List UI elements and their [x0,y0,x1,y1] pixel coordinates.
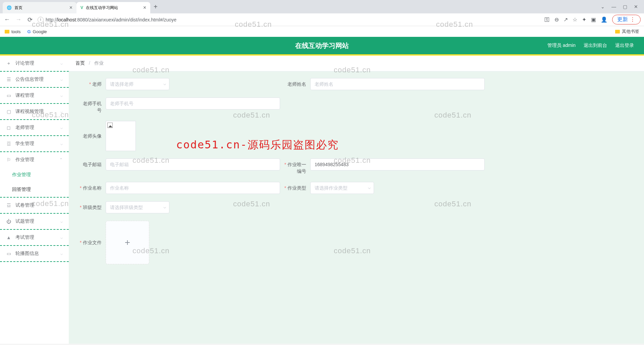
back-button[interactable]: ← [3,16,11,23]
reload-button[interactable]: ⟳ [26,16,34,23]
teacher-select[interactable] [106,78,169,90]
sidebar-item-student[interactable]: ☲学生管理⌵ [0,136,69,152]
user-icon: ▲ [6,235,11,240]
flag-icon: ⚐ [6,157,11,162]
file-upload[interactable]: + [106,221,149,264]
logout-link[interactable]: 退出登录 [615,43,634,49]
browser-tab-active[interactable]: V 在线互动学习网站 × [76,2,150,13]
chevron-down-icon: ⌵ [60,61,63,66]
broken-image-icon [107,123,113,128]
teacher-name-input[interactable] [310,78,485,90]
bookmark-other[interactable]: 其他书签 [615,28,639,34]
sidebar-sub-homework-mgmt[interactable]: 作业管理 [0,167,69,182]
exit-front-link[interactable]: 退出到前台 [584,43,607,49]
chevron-down-icon: ⌵ [60,77,63,82]
update-button[interactable]: 更新⋮ [612,15,641,24]
type-label: 作业类型 [283,182,310,194]
folder-icon [615,30,620,33]
bookmark-tools[interactable]: tools [5,29,20,34]
unique-label: 作业唯一编号 [283,158,310,175]
breadcrumb: 首页 / 作业 [69,56,644,71]
class-label: 班级类型 [79,201,106,213]
profile-icon[interactable]: 👤 [601,16,607,23]
minimize-icon[interactable]: — [611,4,616,9]
share-icon[interactable]: ↗ [564,16,568,23]
admin-label[interactable]: 管理员 admin [547,43,576,49]
teacher-name-label: 老师姓名 [283,78,310,90]
sidebar-item-course[interactable]: ▭课程管理⌵ [0,88,69,104]
email-input[interactable] [106,158,280,170]
layers-icon: ☲ [6,203,11,208]
app-header: 在线互动学习网站 管理员 admin 退出到前台 退出登录 [0,37,644,56]
star-icon[interactable]: ☆ [573,16,577,23]
email-label: 电子邮箱 [79,158,106,170]
chevron-down-icon: ⌵ [60,125,63,130]
extensions-icon[interactable]: ✦ [582,16,586,23]
chevron-down-icon: ⌵ [60,141,63,146]
file-label: 作业文件 [79,221,106,264]
sidebar-sub-answer-mgmt[interactable]: 回答管理 [0,182,69,198]
url-text: http://localhost:8080/zaixianxuexi/admin… [46,17,176,22]
homework-form: 老师 老师姓名 老师手机号 老师头像 [69,71,644,278]
breadcrumb-home[interactable]: 首页 [75,60,85,66]
window-controls: ⌄ — ▢ ✕ [601,4,641,9]
browser-tab[interactable]: 🌐 首页 × [3,2,76,13]
sidebar-item-teacher[interactable]: ◻老师管理⌵ [0,120,69,136]
plus-icon: + [125,237,130,248]
chevron-down-icon: ⌵ [60,251,63,256]
list-icon: ☰ [6,77,11,82]
new-tab-button[interactable]: + [150,3,161,11]
close-icon[interactable]: × [69,5,72,11]
browser-tab-strip: 🌐 首页 × V 在线互动学习网站 × + ⌄ — ▢ ✕ [0,0,644,13]
vue-icon: V [80,5,83,10]
sidebar-item-carousel[interactable]: ▭轮播图信息⌵ [0,246,69,262]
chevron-down-icon: ⌵ [60,203,63,208]
teacher-label: 老师 [79,78,106,90]
browser-toolbar: ← → ⟳ i http://localhost:8080/zaixianxue… [0,13,644,26]
bookmark-google[interactable]: GGoogle [27,29,47,34]
crop-icon: ◻ [6,125,11,130]
sidebar-item-video[interactable]: ▢课程视频管理⌵ [0,104,69,120]
address-bar[interactable]: i http://localhost:8080/zaixianxuexi/adm… [38,17,540,23]
app-title: 在线互动学习网站 [295,41,349,50]
sidebar-item-question[interactable]: ⏻试题管理⌵ [0,214,69,230]
zoom-icon[interactable]: ⊖ [554,16,559,23]
sidebar-item-exam-paper[interactable]: ☲试卷管理⌵ [0,198,69,214]
folder-icon [5,30,9,33]
sidebar-item-announcement[interactable]: ☰公告信息管理⌵ [0,72,69,88]
bookmarks-bar: tools GGoogle 其他书签 [0,26,644,37]
sidebar-item-homework[interactable]: ⚐作业管理⌃ [0,152,69,167]
chevron-down-icon: ⌵ [60,93,63,98]
close-icon[interactable]: × [143,5,146,11]
sidebar-item-exam[interactable]: ▲考试管理⌵ [0,230,69,246]
chevron-down-icon[interactable]: ⌄ [601,4,605,9]
menu-icon: ☲ [6,141,11,146]
forward-button[interactable]: → [15,16,22,23]
mic-icon: ⌖ [6,61,11,66]
globe-icon: 🌐 [7,5,12,10]
image-icon: ▭ [6,251,11,256]
class-type-select[interactable] [106,201,169,213]
key-icon[interactable]: ⚿ [544,17,550,23]
tab-title: 在线互动学习网站 [86,5,118,11]
monitor-icon: ▭ [6,93,11,98]
teacher-avatar-image[interactable] [106,121,136,151]
main-content: 首页 / 作业 老师 老师姓名 老师手机号 [69,56,644,344]
sidebar-item-discussion[interactable]: ⌖讨论管理⌵ [0,56,69,72]
tab-title: 首页 [14,5,22,11]
homework-type-select[interactable] [310,182,374,194]
close-window-icon[interactable]: ✕ [634,4,638,9]
chevron-up-icon: ⌃ [59,157,63,162]
breadcrumb-current: 作业 [94,60,104,66]
maximize-icon[interactable]: ▢ [623,4,627,9]
teacher-phone-input[interactable] [106,97,280,110]
sidebar: ⌖讨论管理⌵ ☰公告信息管理⌵ ▭课程管理⌵ ▢课程视频管理⌵ ◻老师管理⌵ ☲… [0,56,69,344]
homework-name-input[interactable] [106,182,280,194]
chevron-down-icon: ⌵ [60,235,63,240]
panel-icon[interactable]: ▣ [591,16,596,23]
video-icon: ▢ [6,109,11,114]
unique-input[interactable] [310,158,485,170]
power-icon: ⏻ [6,219,11,224]
site-info-icon[interactable]: i [38,17,44,23]
chevron-down-icon: ⌵ [60,109,63,114]
